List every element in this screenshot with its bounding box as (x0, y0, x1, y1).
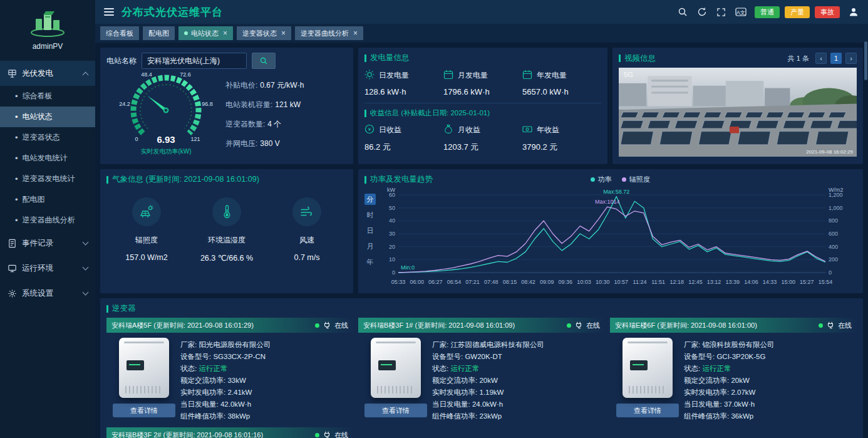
menu-toggle-icon[interactable] (104, 8, 114, 16)
inverter-name: 安科瑞B楼3F 2# (更新时间: 2021-09-08 16:01:16) (111, 430, 263, 438)
sidebar-group-0[interactable]: 光伏发电 (0, 61, 95, 86)
sidebar-item[interactable]: •配电图 (0, 189, 95, 210)
sidebar-item-label: 综合看板 (23, 91, 53, 102)
sidebar-item[interactable]: •电站发电统计 (0, 148, 95, 169)
income-label: 年收益 (537, 125, 559, 135)
search-icon[interactable] (676, 6, 688, 18)
sidebar-group-3[interactable]: 系统设置 (0, 281, 95, 306)
status-badge[interactable]: 产量 (785, 6, 810, 18)
detail-value: 1.19kW (479, 388, 504, 396)
sidebar-group-2[interactable]: 运行环境 (0, 256, 95, 281)
svg-text:600: 600 (829, 231, 838, 237)
legend-item[interactable]: 功率 (591, 175, 612, 184)
sidebar-group-label: 事件记录 (22, 238, 78, 249)
inverter-detail-row: 设备型号: SG33CX-2P-CN (180, 351, 352, 363)
next-page-button[interactable]: › (845, 53, 857, 64)
detail-label: 组件峰值功率: (180, 412, 225, 420)
detail-label: 实时发电功率: (180, 388, 225, 396)
inverter-detail-row: 组件峰值功率: 38kWp (180, 410, 352, 422)
station-info: 补贴电价:0.67 元/kW·h 电站装机容量:121 kW 逆变器数量:4 个… (225, 70, 347, 149)
time-range-button[interactable]: 时 (364, 209, 376, 221)
detail-label: 设备型号: (432, 353, 463, 360)
sidebar-item[interactable]: •逆变器状态 (0, 127, 95, 148)
plug-icon (574, 321, 583, 330)
sidebar-item-label: 逆变器发电统计 (23, 174, 75, 184)
income-value: 86.2 元 (364, 142, 443, 153)
page-scrollbar[interactable] (864, 41, 867, 437)
sidebar-item[interactable]: •电站状态 (0, 107, 95, 127)
view-details-button[interactable]: 查看详情 (616, 404, 679, 417)
sidebar-item[interactable]: •逆变器发电统计 (0, 169, 95, 189)
refresh-icon[interactable] (696, 6, 708, 18)
svg-text:15:00: 15:00 (781, 279, 795, 285)
inverter-detail-row: 设备型号: GCI-3P20K-5G (684, 351, 855, 363)
detail-label: 厂家: (684, 341, 700, 348)
inverter-online-status: 在线 (310, 321, 348, 330)
fullscreen-icon[interactable] (715, 6, 727, 18)
sidebar-item[interactable]: •综合看板 (0, 86, 95, 107)
detail-value: 锦浪科技股份有限公司 (702, 341, 774, 348)
scrollbar-thumb[interactable] (864, 41, 867, 80)
tab-0[interactable]: 综合看板 (100, 26, 139, 40)
detail-value: 33kW (227, 377, 245, 384)
inverter-online-status: 在线 (562, 321, 600, 330)
inverter-detail-row: 厂家: 江苏固德威电源科技有限公司 (432, 339, 604, 351)
tab-2[interactable]: 电站状态× (178, 26, 233, 40)
tab-1[interactable]: 配电图 (143, 26, 175, 40)
gauge-tick: 0 (135, 136, 138, 142)
video-frame[interactable]: 5G 2021-09-08 16:02:29 (619, 68, 857, 157)
app-logo (27, 8, 68, 38)
bullet-icon: • (15, 133, 18, 142)
chevron-icon (83, 264, 89, 271)
moneybag-icon (443, 124, 453, 136)
tab-4[interactable]: 逆变器曲线分析× (295, 26, 363, 40)
weather-title: 气象信息 (更新时间: 2021-09-08 16:01:09) (106, 174, 347, 185)
inverters-title: 逆变器 (106, 303, 857, 314)
search-icon (259, 56, 268, 65)
station-search-button[interactable] (252, 53, 276, 69)
user-icon[interactable] (847, 6, 859, 18)
tab-close-icon[interactable]: × (281, 29, 286, 38)
detail-label: 组件峰值功率: (432, 412, 477, 420)
time-range-button[interactable]: 分 (364, 194, 376, 205)
current-page[interactable]: 1 (830, 53, 842, 64)
bullet-icon: • (15, 216, 18, 224)
inverter-card-header: 安科瑞E楼6F (更新时间: 2021-09-08 16:01:00)在线 (610, 318, 857, 333)
user-name: adminPV (0, 42, 95, 51)
legend-item[interactable]: 辐照度 (622, 175, 650, 184)
inverter-details: 厂家: 阳光电源股份有限公司设备型号: SG33CX-2P-CN状态: 运行正常… (180, 338, 352, 422)
tab-3[interactable]: 逆变器状态× (237, 26, 291, 40)
content: 电站名称 (95, 43, 868, 438)
bullet-icon: • (15, 154, 18, 162)
view-details-button[interactable]: 查看详情 (364, 404, 427, 417)
prev-page-button[interactable]: ‹ (815, 53, 827, 64)
station-name-input[interactable] (142, 53, 247, 69)
detail-value: SG33CX-2P-CN (213, 353, 266, 360)
svg-text:08:42: 08:42 (521, 279, 535, 285)
inverter-online-status: 在线 (814, 321, 852, 330)
view-details-button[interactable]: 查看详情 (113, 404, 175, 417)
tab-close-icon[interactable]: × (353, 29, 358, 38)
topbar-tools: A文 普通产量事故 (676, 6, 859, 18)
tab-close-icon[interactable]: × (223, 29, 227, 38)
inverter-detail-row: 当日发电量: 37.0kW·h (684, 399, 855, 410)
svg-text:10:57: 10:57 (614, 279, 629, 285)
detail-value: 38kWp (227, 412, 250, 420)
time-range-button[interactable]: 年 (364, 256, 376, 268)
sidebar-item[interactable]: •逆变器曲线分析 (0, 210, 95, 231)
svg-text:A文: A文 (736, 9, 746, 16)
time-range-button[interactable]: 日 (364, 225, 376, 236)
wind-icon (292, 197, 321, 226)
status-badge[interactable]: 普通 (755, 6, 780, 18)
online-dot-icon (315, 433, 319, 437)
tab-label: 逆变器曲线分析 (301, 29, 349, 38)
language-icon[interactable]: A文 (735, 6, 747, 18)
calendar-icon (443, 70, 453, 81)
inverter-image (119, 338, 169, 398)
status-badge[interactable]: 事故 (815, 6, 840, 18)
inverter-details: 厂家: 锦浪科技股份有限公司设备型号: GCI-3P20K-5G状态: 运行正常… (684, 338, 855, 422)
gauge-tick: 121 (190, 136, 200, 142)
time-range-button[interactable]: 月 (364, 241, 376, 252)
sidebar-group-1[interactable]: 事件记录 (0, 231, 95, 256)
station-info-row: 逆变器数量:4 个 (225, 119, 347, 130)
